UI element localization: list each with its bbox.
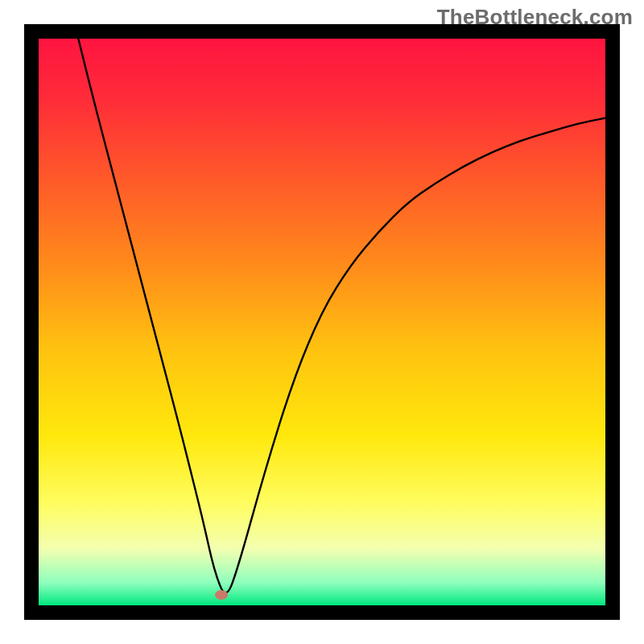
plot-frame bbox=[24, 24, 620, 620]
plot-area bbox=[39, 39, 605, 605]
minimum-marker bbox=[215, 590, 228, 600]
chart-root: TheBottleneck.com bbox=[0, 0, 644, 644]
bottleneck-curve bbox=[39, 39, 605, 605]
